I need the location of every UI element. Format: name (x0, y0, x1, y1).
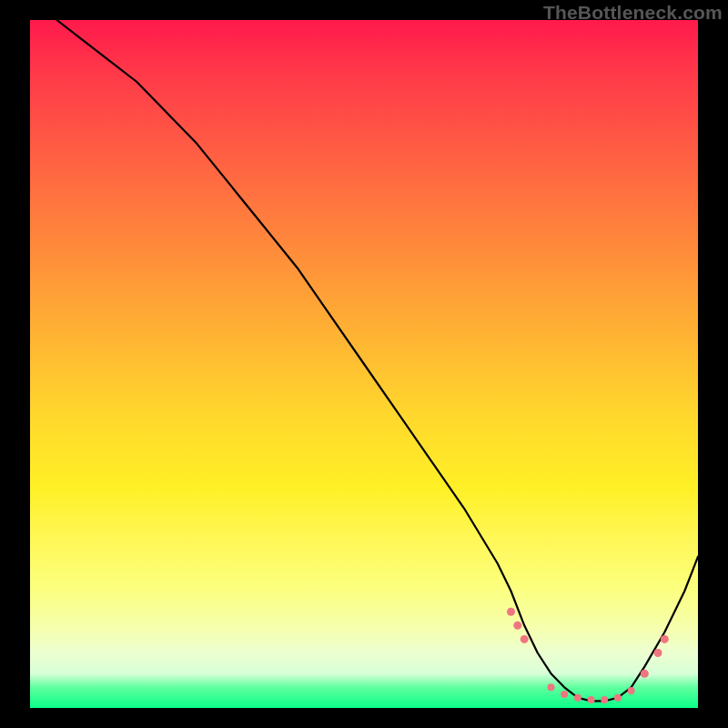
curve-marker (654, 649, 662, 657)
watermark-text: TheBottleneck.com (543, 2, 723, 24)
curve-marker (507, 608, 515, 616)
bottleneck-curve-svg (30, 20, 698, 708)
curve-marker (628, 687, 635, 694)
curve-marker (641, 670, 649, 678)
curve-marker (588, 696, 595, 703)
curve-marker (574, 694, 581, 702)
curve-marker (661, 635, 669, 643)
curve-markers (507, 608, 669, 703)
chart-frame: TheBottleneck.com (0, 0, 728, 728)
curve-marker (513, 622, 521, 630)
curve-marker (561, 691, 568, 698)
curve-marker (521, 635, 529, 643)
bottleneck-curve-path (56, 20, 698, 701)
curve-marker (614, 694, 622, 702)
chart-plot-area (30, 20, 698, 708)
curve-marker (601, 696, 608, 703)
curve-marker (548, 683, 555, 691)
